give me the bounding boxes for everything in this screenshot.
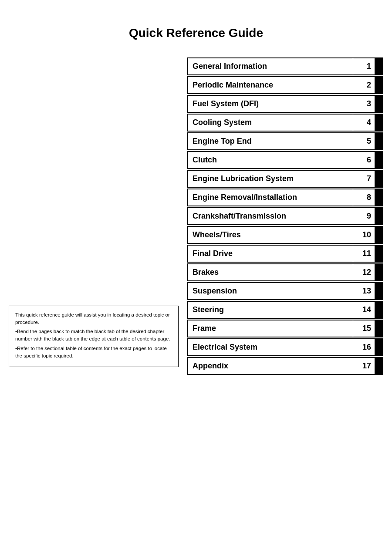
toc-label: Crankshaft/Transmission <box>188 208 353 224</box>
toc-label: Appendix <box>188 358 353 374</box>
toc-row[interactable]: Engine Removal/Installation8 <box>187 189 383 206</box>
toc-label: Suspension <box>188 283 353 299</box>
toc-number: 5 <box>353 133 375 149</box>
toc-black-tab <box>375 189 382 206</box>
toc-black-tab <box>375 133 382 149</box>
toc-row[interactable]: General Information1 <box>187 57 383 75</box>
toc-row[interactable]: Brakes12 <box>187 263 383 281</box>
toc-black-tab <box>375 58 382 74</box>
toc-number: 8 <box>353 189 375 206</box>
toc-black-tab <box>375 283 382 299</box>
toc-label: Electrical System <box>188 339 353 355</box>
toc-number: 17 <box>353 358 375 374</box>
toc-label: Frame <box>188 320 353 337</box>
toc-black-tab <box>375 246 382 262</box>
toc-number: 10 <box>353 227 375 243</box>
toc-row[interactable]: Final Drive11 <box>187 245 383 263</box>
toc-label: Cooling System <box>188 115 353 131</box>
toc-label: Engine Removal/Installation <box>188 189 353 206</box>
toc-row[interactable]: Suspension13 <box>187 282 383 300</box>
toc-number: 1 <box>353 58 375 74</box>
toc-number: 6 <box>353 152 375 168</box>
toc-row[interactable]: Frame15 <box>187 320 383 337</box>
toc-black-tab <box>375 208 382 224</box>
toc-number: 9 <box>353 208 375 224</box>
toc-black-tab <box>375 264 382 280</box>
toc-row[interactable]: Cooling System4 <box>187 114 383 132</box>
toc-black-tab <box>375 339 382 355</box>
toc-black-tab <box>375 171 382 187</box>
toc-label: Brakes <box>188 264 353 280</box>
toc-number: 3 <box>353 96 375 112</box>
toc-row[interactable]: Fuel System (DFI)3 <box>187 95 383 113</box>
toc-number: 4 <box>353 115 375 131</box>
toc-label: General Information <box>188 58 353 74</box>
info-intro: This quick reference guide will assist y… <box>15 311 172 327</box>
toc-label: Steering <box>188 302 353 318</box>
toc-list: General Information1Periodic Maintenance… <box>187 57 383 375</box>
toc-black-tab <box>375 227 382 243</box>
toc-label: Wheels/Tires <box>188 227 353 243</box>
toc-number: 13 <box>353 283 375 299</box>
toc-black-tab <box>375 96 382 112</box>
toc-label: Periodic Maintenance <box>188 77 353 93</box>
toc-row[interactable]: Steering14 <box>187 301 383 319</box>
page-title: Quick Reference Guide <box>0 0 392 57</box>
toc-black-tab <box>375 358 382 374</box>
toc-number: 2 <box>353 77 375 93</box>
toc-row[interactable]: Engine Top End5 <box>187 132 383 150</box>
toc-number: 11 <box>353 246 375 262</box>
toc-label: Final Drive <box>188 246 353 262</box>
toc-number: 14 <box>353 302 375 318</box>
toc-row[interactable]: Appendix17 <box>187 357 383 375</box>
toc-label: Clutch <box>188 152 353 168</box>
toc-black-tab <box>375 77 382 93</box>
info-bullet1: •Bend the pages back to match the black … <box>15 328 172 343</box>
info-bullet2: •Refer to the sectional table of content… <box>15 345 172 360</box>
toc-panel: General Information1Periodic Maintenance… <box>187 57 383 376</box>
toc-black-tab <box>375 302 382 318</box>
toc-label: Engine Top End <box>188 133 353 149</box>
toc-number: 15 <box>353 320 375 337</box>
toc-number: 12 <box>353 264 375 280</box>
toc-number: 7 <box>353 171 375 187</box>
toc-black-tab <box>375 320 382 337</box>
toc-row[interactable]: Crankshaft/Transmission9 <box>187 207 383 225</box>
toc-row[interactable]: Periodic Maintenance2 <box>187 76 383 94</box>
toc-number: 16 <box>353 339 375 355</box>
toc-label: Fuel System (DFI) <box>188 96 353 112</box>
info-box: This quick reference guide will assist y… <box>9 306 179 368</box>
toc-row[interactable]: Electrical System16 <box>187 338 383 356</box>
toc-label: Engine Lubrication System <box>188 171 353 187</box>
toc-row[interactable]: Engine Lubrication System7 <box>187 170 383 188</box>
toc-black-tab <box>375 115 382 131</box>
toc-black-tab <box>375 152 382 168</box>
left-panel: This quick reference guide will assist y… <box>9 57 179 376</box>
toc-row[interactable]: Wheels/Tires10 <box>187 226 383 244</box>
toc-row[interactable]: Clutch6 <box>187 151 383 169</box>
